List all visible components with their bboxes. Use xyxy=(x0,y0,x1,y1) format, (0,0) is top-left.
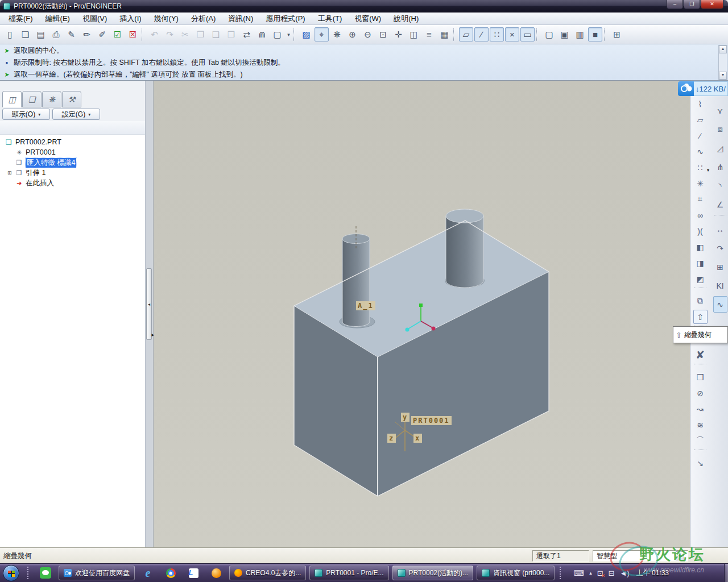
erase-display-button[interactable]: ✐ xyxy=(95,27,109,41)
chrome-icon[interactable] xyxy=(165,567,176,579)
menu-window[interactable]: 視窗(W) xyxy=(348,13,387,25)
taskbar-window-creo[interactable]: CREO4.0去参的... xyxy=(229,566,306,580)
messenger-icon[interactable] xyxy=(40,567,51,579)
model-setup-button[interactable]: ✏ xyxy=(80,27,94,41)
separator[interactable] xyxy=(536,28,540,41)
copy-geometry-button[interactable]: ⧉ xyxy=(693,294,708,308)
start-button[interactable] xyxy=(3,565,19,581)
selection-filter-combo[interactable]: 智慧型 ▾ xyxy=(593,550,688,562)
hidden-line-button[interactable]: ▣ xyxy=(557,27,572,41)
layers-button[interactable]: ≡ xyxy=(422,27,436,41)
menu-view[interactable]: 視圖(V) xyxy=(76,13,113,25)
csys-name-tag[interactable]: PRT0001 xyxy=(411,416,452,425)
shaded-button[interactable]: ■ xyxy=(588,27,602,41)
display-icon[interactable]: ⊟ xyxy=(609,569,615,577)
panel-splitter[interactable]: ◄ ► xyxy=(146,81,154,547)
minimize-button[interactable]: – xyxy=(667,0,683,9)
view-manager-button[interactable]: ▦ xyxy=(437,27,452,41)
expander-icon[interactable]: ⊞ xyxy=(7,170,14,176)
save-button[interactable]: ▤ xyxy=(34,27,48,41)
taskbar-window-prt0001[interactable]: PRT0001 - Pro/E... xyxy=(309,566,388,580)
measure-area-button[interactable]: ⊞ xyxy=(713,259,727,275)
separator[interactable] xyxy=(604,28,608,41)
offset-button[interactable]: ↘ xyxy=(693,456,708,470)
draft-button[interactable]: ◿ xyxy=(713,140,727,156)
intersect-button[interactable]: ◧ xyxy=(693,240,708,254)
taskbar-window-infowin[interactable]: 資訊視窗 (prt000... xyxy=(477,566,555,580)
tree-item-import-feature[interactable]: ❒ 匯入特徵 標識4 xyxy=(0,157,145,168)
refit-button[interactable]: ⊡ xyxy=(376,27,390,41)
delete-box-button[interactable]: ☒ xyxy=(126,27,140,41)
tab-folder-browser[interactable]: ❏ xyxy=(22,91,42,107)
plane-display-toggle[interactable]: ▱ xyxy=(459,27,473,41)
axis-tag[interactable]: A_1 xyxy=(356,301,375,310)
solidify-button[interactable]: ◩ xyxy=(693,272,708,286)
orange-app-icon[interactable] xyxy=(210,567,222,579)
menu-help[interactable]: 說明(H) xyxy=(387,13,425,25)
curve-analysis-button[interactable]: ∿ xyxy=(713,296,727,313)
collapse-left-icon[interactable]: ◄ xyxy=(147,302,151,306)
copy-button[interactable]: ❐ xyxy=(193,27,208,41)
scroll-up-icon[interactable]: ▴ xyxy=(719,45,727,53)
menu-applications[interactable]: 應用程式(P) xyxy=(259,13,311,25)
paste-special-button[interactable]: ❒ xyxy=(224,27,238,41)
datum-point-button[interactable]: ∷ xyxy=(693,160,708,174)
chevron-down-icon[interactable]: ▾ xyxy=(676,551,684,560)
hole-button[interactable]: ⋎ xyxy=(713,102,727,119)
download-speed-overlay[interactable]: ↓122 KB/ xyxy=(678,81,728,96)
regenerate-button[interactable]: ⇄ xyxy=(239,27,254,41)
tree-item-prt0001[interactable]: ✳ PRT0001 xyxy=(0,147,145,157)
menu-edit[interactable]: 編輯(E) xyxy=(39,13,76,25)
tray-expand-icon[interactable]: ▴ xyxy=(589,570,592,576)
taskbar-window-prt0002[interactable]: PRT0002(活動的)... xyxy=(392,566,473,580)
keyboard-icon[interactable]: ⌨ xyxy=(573,569,584,577)
ie-icon[interactable]: e xyxy=(142,567,154,579)
tree-item-prt0002[interactable]: ❑ PRT0002.PRT xyxy=(0,137,145,147)
show-desktop-button[interactable] xyxy=(724,564,728,582)
volume-icon[interactable]: ◄) xyxy=(619,569,629,577)
separator[interactable] xyxy=(694,450,706,455)
tab-model-tree[interactable]: ◫ xyxy=(2,91,22,107)
zoom-out-button[interactable]: ⊖ xyxy=(361,27,375,41)
reorient-button[interactable]: ✛ xyxy=(391,27,406,41)
selection-filter-button[interactable]: ⌖ xyxy=(315,27,329,41)
menu-info[interactable]: 資訊(N) xyxy=(222,13,259,25)
measure-curve-button[interactable]: ↷ xyxy=(713,240,727,256)
accept-box-button[interactable]: ☑ xyxy=(110,27,125,41)
menu-file[interactable]: 檔案(F) xyxy=(2,13,39,25)
menu-analysis[interactable]: 分析(A) xyxy=(185,13,222,25)
shell-button[interactable]: ⧈ xyxy=(713,121,727,138)
spin-center-button[interactable]: ❋ xyxy=(330,27,344,41)
splitter-sash[interactable]: ◄ xyxy=(146,268,152,340)
saved-views-button[interactable]: ◫ xyxy=(407,27,421,41)
taskbar-clock[interactable]: 上午 01:33 xyxy=(636,568,669,578)
restore-button[interactable]: ❐ xyxy=(684,0,700,9)
datum-plane-button[interactable]: ▱ xyxy=(693,113,708,127)
select-box-button[interactable]: ▢ xyxy=(270,27,284,41)
select-flyout-arrow[interactable]: ▾ xyxy=(286,27,292,41)
separator[interactable] xyxy=(714,215,726,220)
paste-button[interactable]: ❑ xyxy=(209,27,223,41)
sketched-curve-button[interactable]: ⌇ xyxy=(693,97,708,111)
csys-display-toggle[interactable]: × xyxy=(505,27,519,41)
display-style-button[interactable]: ▨ xyxy=(299,27,313,41)
measure-distance-button[interactable]: ↔ xyxy=(713,221,727,238)
extrude-button[interactable]: ❒ xyxy=(693,370,708,384)
datum-point-flyout-arrow[interactable]: ▾ xyxy=(707,168,709,173)
tree-item-extrude-1[interactable]: ⊞ ❒ 引伸 1 xyxy=(0,168,145,178)
no-hidden-button[interactable]: ▥ xyxy=(573,27,587,41)
datum-axis-button[interactable]: ∕ xyxy=(693,128,708,143)
zoom-in-button[interactable]: ⊕ xyxy=(345,27,359,41)
datum-curve-button[interactable]: ∿ xyxy=(693,144,708,159)
cancel-button[interactable]: ✘ xyxy=(693,348,708,362)
tree-item-insert-here[interactable]: ➜ 在此插入 xyxy=(0,178,145,188)
style-button[interactable]: ⌒ xyxy=(693,434,708,448)
chamfer-button[interactable]: ∠ xyxy=(713,196,727,213)
blue-l-icon[interactable]: L xyxy=(188,567,199,579)
separator[interactable] xyxy=(453,28,457,41)
tab-connections[interactable]: ⚒ xyxy=(62,91,81,107)
close-button[interactable]: ✕ xyxy=(701,0,723,9)
tab-favorites[interactable]: ❋ xyxy=(42,91,61,107)
model-tree-toggle-button[interactable]: ⊞ xyxy=(610,27,624,41)
scroll-down-icon[interactable]: ▾ xyxy=(719,72,727,80)
